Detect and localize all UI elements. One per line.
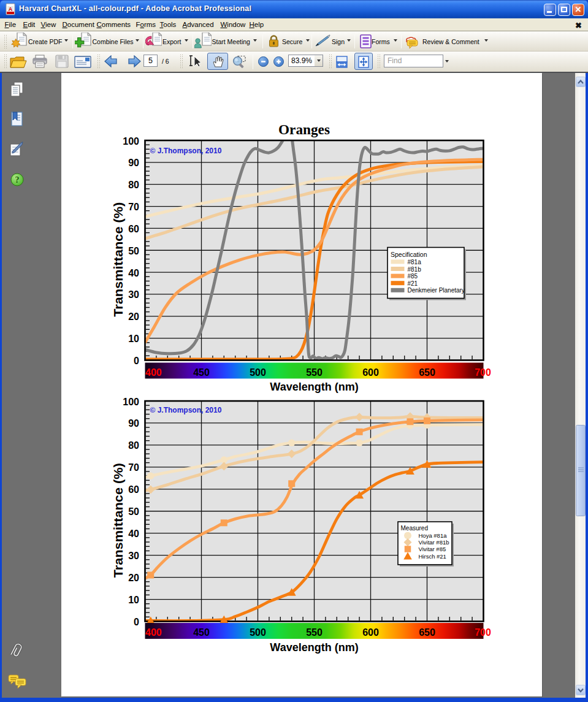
svg-text:60: 60 [128,224,139,234]
svg-text:0: 0 [134,356,139,366]
svg-text:450: 450 [193,627,210,638]
svg-text:Specification: Specification [391,251,427,258]
svg-text:0: 0 [134,617,139,627]
svg-text:30: 30 [128,289,139,300]
svg-text:Hirsch #21: Hirsch #21 [419,553,446,560]
svg-text:Hoya #81a: Hoya #81a [419,532,448,539]
svg-text:700: 700 [475,627,491,638]
svg-text:400: 400 [145,627,162,638]
svg-text:40: 40 [128,268,139,278]
svg-text:Wavelength (nm): Wavelength (nm) [270,381,358,393]
svg-text:700: 700 [475,367,491,378]
svg-text:Denkmeier Planetary: Denkmeier Planetary [408,287,465,294]
svg-text:10: 10 [128,595,139,605]
svg-text:70: 70 [128,462,139,473]
svg-text:© J.Thompson, 2010: © J.Thompson, 2010 [150,147,222,155]
svg-text:550: 550 [306,627,323,638]
svg-text:10: 10 [128,334,139,344]
svg-text:90: 90 [128,418,139,429]
svg-text:© J.Thompson, 2010: © J.Thompson, 2010 [150,406,222,414]
svg-text:30: 30 [128,551,139,561]
svg-text:Wavelength (nm): Wavelength (nm) [270,641,358,654]
svg-text:60: 60 [128,484,139,495]
svg-text:Oranges: Oranges [278,122,330,137]
svg-text:Vivitar #85: Vivitar #85 [419,546,446,552]
svg-text:#85: #85 [408,273,418,280]
svg-text:Transmittance (%): Transmittance (%) [112,202,125,317]
svg-text:100: 100 [123,397,139,407]
svg-text:?: ? [15,175,20,185]
svg-text:500: 500 [250,627,266,638]
svg-text:#21: #21 [408,280,418,287]
svg-text:70: 70 [128,202,139,212]
svg-text:40: 40 [128,528,139,539]
svg-text:Vivitar #81b: Vivitar #81b [419,539,449,546]
svg-text:50: 50 [128,506,139,517]
svg-text:600: 600 [362,627,379,638]
svg-text:50: 50 [128,246,139,256]
svg-text:Transmittance (%): Transmittance (%) [112,463,125,578]
svg-text:20: 20 [128,573,139,583]
svg-text:#81a: #81a [408,259,422,265]
svg-text:A: A [9,6,13,12]
svg-text:600: 600 [362,367,379,378]
svg-text:80: 80 [128,180,139,190]
svg-text:#81b: #81b [408,266,422,273]
svg-text:100: 100 [123,136,139,147]
svg-text:650: 650 [419,627,435,638]
svg-text:500: 500 [250,367,266,378]
svg-text:80: 80 [128,440,139,451]
svg-text:450: 450 [193,367,210,378]
svg-text:20: 20 [128,311,139,322]
svg-text:Measured: Measured [401,525,428,532]
svg-text:650: 650 [419,367,435,378]
svg-text:550: 550 [306,367,323,378]
svg-text:400: 400 [145,367,162,378]
svg-text:90: 90 [128,158,139,168]
